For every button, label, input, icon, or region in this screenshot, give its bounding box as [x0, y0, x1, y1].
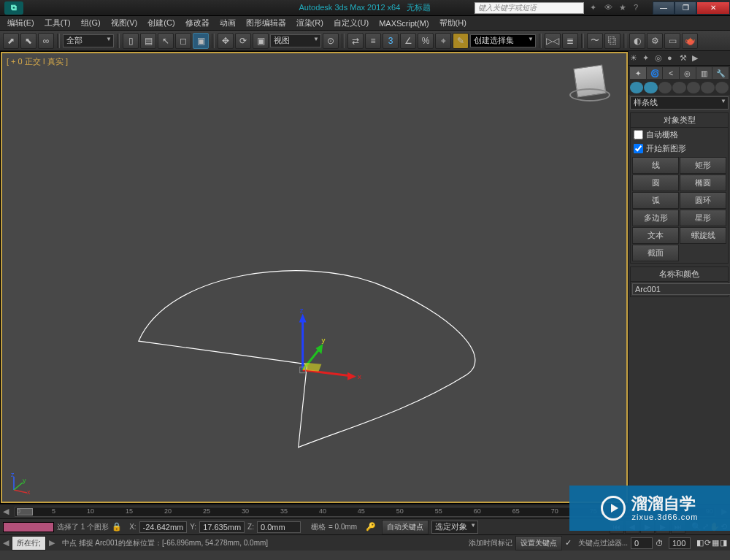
btn-circle[interactable]: 圆: [632, 174, 679, 191]
btn-arc[interactable]: 弧: [632, 192, 679, 209]
lock-icon[interactable]: 🔒: [112, 522, 122, 532]
time-tag-button[interactable]: 添加时间标记: [469, 538, 512, 548]
auto-key-button[interactable]: 自动关键点: [382, 520, 429, 534]
tab-motion[interactable]: ◎: [680, 67, 696, 79]
target-icon[interactable]: ◎: [655, 53, 665, 64]
rendered-frame-icon[interactable]: ▭: [664, 33, 680, 49]
triangle-icon[interactable]: ▶: [692, 53, 702, 64]
select-region-icon[interactable]: ◻: [175, 33, 191, 49]
link-icon[interactable]: ∞: [38, 33, 54, 49]
cat-geometry-icon[interactable]: [630, 82, 643, 93]
render-setup-icon[interactable]: ⚙: [647, 33, 663, 49]
menu-views[interactable]: 视图(V): [107, 16, 142, 30]
minimize-button[interactable]: —: [653, 1, 675, 15]
align-icon[interactable]: ≡: [365, 33, 381, 49]
vp-min-icon[interactable]: ◨: [720, 538, 727, 548]
btn-text[interactable]: 文本: [632, 227, 679, 244]
btn-line[interactable]: 线: [632, 157, 679, 174]
time-config-icon[interactable]: ⏱: [656, 539, 666, 548]
material-editor-icon[interactable]: ◐: [629, 33, 645, 49]
hammer-icon[interactable]: ⚒: [680, 53, 690, 64]
track-bar[interactable]: [3, 522, 54, 532]
cat-systems-icon[interactable]: [715, 82, 729, 93]
btn-donut[interactable]: 圆环: [680, 192, 726, 209]
close-button[interactable]: ✕: [696, 1, 730, 15]
cat-lights-icon[interactable]: [658, 82, 672, 93]
vp-max-icon[interactable]: ▦: [712, 538, 719, 548]
row-label-button[interactable]: 所在行;: [12, 536, 46, 551]
btn-helix[interactable]: 螺旋线: [680, 227, 726, 244]
perspective-viewport[interactable]: [ + 0 正交 I 真实 ] z y x: [1, 52, 628, 503]
btn-section[interactable]: 截面: [632, 245, 679, 261]
coord-x[interactable]: -24.642mm: [139, 521, 188, 533]
rollup-object-type-title[interactable]: 对象类型: [631, 113, 728, 128]
menu-group[interactable]: 组(G): [77, 16, 105, 30]
wand-icon[interactable]: ✦: [642, 53, 653, 64]
rotate-icon[interactable]: ⟳: [235, 33, 251, 49]
menu-rendering[interactable]: 渲染(R): [292, 16, 328, 30]
cat-spacewarps-icon[interactable]: [701, 82, 714, 93]
tab-hierarchy[interactable]: <: [663, 67, 679, 79]
vp-roll-icon[interactable]: ⟳: [704, 538, 711, 548]
angle-snap-icon[interactable]: ∠: [400, 33, 416, 49]
move-icon[interactable]: ✥: [218, 33, 234, 49]
ref-coord-dropdown[interactable]: 视图: [270, 34, 321, 47]
select-arrow-icon[interactable]: ↖: [158, 33, 174, 49]
viewport-label[interactable]: [ + 0 正交 I 真实 ]: [7, 56, 68, 67]
menu-tools[interactable]: 工具(T): [40, 16, 75, 30]
sun-icon[interactable]: ☀: [630, 53, 640, 64]
percent-snap-icon[interactable]: %: [418, 33, 434, 49]
vp-fov-icon[interactable]: ◧: [696, 538, 704, 548]
star-icon[interactable]: ★: [619, 3, 629, 13]
cat-cameras-icon[interactable]: [672, 82, 685, 93]
pivot-center-icon[interactable]: ⊙: [323, 33, 339, 49]
viewcube[interactable]: [568, 61, 612, 104]
help-search-input[interactable]: 键入关键字或短语: [474, 2, 584, 14]
info-icon[interactable]: ✦: [590, 3, 600, 13]
schematic-view-icon[interactable]: ⿻: [604, 33, 620, 49]
binoculars-icon[interactable]: 👁: [604, 3, 615, 13]
help-icon[interactable]: ?: [634, 3, 644, 13]
scale-icon[interactable]: ▣: [253, 33, 269, 49]
menu-create[interactable]: 创建(C): [143, 16, 179, 30]
rollup-name-color-title[interactable]: 名称和颜色: [631, 267, 728, 282]
select-object-icon[interactable]: ▯: [123, 33, 139, 49]
cat-shapes-icon[interactable]: [644, 82, 657, 93]
menu-graph-editors[interactable]: 图形编辑器: [242, 16, 291, 30]
mirror-icon[interactable]: ⇄: [347, 33, 364, 49]
shape-category-dropdown[interactable]: 样条线: [630, 96, 729, 110]
undo-link-icon[interactable]: ⬈: [3, 33, 19, 49]
redo-link-icon[interactable]: ⬉: [20, 33, 36, 49]
spinner-snap-icon[interactable]: ⌖: [435, 33, 451, 49]
object-name-input[interactable]: [632, 283, 730, 295]
menu-maxscript[interactable]: MAXScript(M): [374, 18, 433, 29]
x-axis-icon[interactable]: [303, 370, 350, 376]
viewcube-ring-icon[interactable]: [569, 88, 610, 101]
set-key-button[interactable]: 设置关键点: [515, 536, 562, 551]
menu-customize[interactable]: 自定义(U): [329, 16, 373, 30]
btn-ellipse[interactable]: 椭圆: [680, 174, 726, 191]
curve-editor-icon[interactable]: 〜: [587, 33, 603, 49]
current-frame[interactable]: 0: [631, 537, 653, 549]
window-crossing-icon[interactable]: ▣: [193, 33, 209, 49]
btn-ngon[interactable]: 多边形: [632, 210, 679, 226]
btn-star[interactable]: 星形: [680, 210, 726, 226]
tab-utilities[interactable]: 🔧: [712, 67, 729, 79]
autogrid-checkbox[interactable]: [634, 130, 643, 139]
btn-rectangle[interactable]: 矩形: [680, 157, 726, 174]
menu-modifiers[interactable]: 修改器: [181, 16, 214, 30]
menu-animation[interactable]: 动画: [215, 16, 240, 30]
coord-y[interactable]: 17.635mm: [199, 521, 245, 533]
start-new-shape-checkbox[interactable]: [634, 144, 643, 153]
snap-toggle-icon[interactable]: 3: [383, 33, 399, 49]
key-icon[interactable]: 🔑: [366, 522, 379, 532]
cat-helpers-icon[interactable]: [687, 82, 700, 93]
sphere-icon[interactable]: ●: [667, 53, 677, 64]
layer-manager-icon[interactable]: ≣: [562, 33, 578, 49]
maximize-button[interactable]: ❐: [675, 1, 696, 15]
key-filter-icon[interactable]: ✓: [565, 538, 575, 548]
render-production-icon[interactable]: 🫖: [682, 33, 698, 49]
selection-set-dropdown[interactable]: 全部: [63, 34, 114, 47]
edit-named-sel-icon[interactable]: ✎: [453, 33, 469, 49]
select-by-name-icon[interactable]: ▤: [140, 33, 156, 49]
